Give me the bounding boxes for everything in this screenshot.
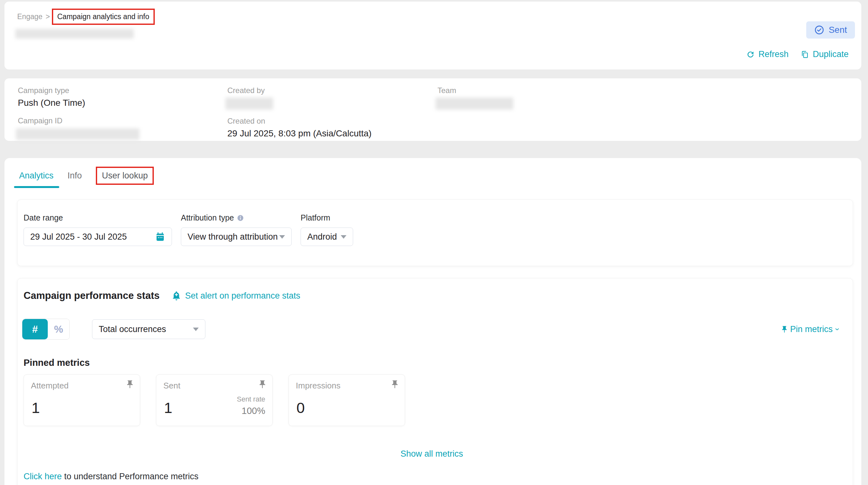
metric-rate: Sent rate 100% (237, 395, 265, 416)
created-on-field: Created on 29 Jul 2025, 8:03 pm (Asia/Ca… (227, 117, 437, 139)
unit-toggle: # % (22, 319, 70, 340)
performance-footnote: Click here to understand Performance met… (24, 472, 840, 482)
refresh-label: Refresh (758, 49, 789, 59)
pushpin-icon[interactable] (257, 379, 267, 389)
date-range-field: Date range 29 Jul 2025 - 30 Jul 2025 (24, 213, 172, 246)
campaign-info-card: Campaign type Push (One Time) Campaign I… (4, 78, 861, 141)
attribution-label: Attribution type (181, 213, 234, 222)
performance-controls: # % Total occurrences Pin metrics (24, 319, 840, 340)
metric-value: 0 (297, 399, 305, 417)
team-redacted (436, 97, 513, 110)
breadcrumb-current: Campaign analytics and info (52, 9, 155, 25)
active-tab-underline (14, 186, 59, 188)
refresh-icon (746, 50, 755, 59)
rate-value: 100% (237, 406, 265, 416)
occurrences-select[interactable]: Total occurrences (92, 319, 206, 339)
campaign-id-field: Campaign ID (18, 116, 227, 140)
metric-name: Sent (163, 381, 181, 391)
metric-card-sent: Sent 1 Sent rate 100% (156, 374, 273, 426)
tab-bar: Analytics Info User lookup (19, 171, 853, 188)
metric-value: 1 (164, 399, 172, 417)
breadcrumb: Engage > Campaign analytics and info (17, 9, 852, 25)
campaign-type-label: Campaign type (18, 86, 227, 95)
bell-plus-icon (171, 290, 182, 301)
created-on-label: Created on (227, 117, 437, 125)
page-header: Engage > Campaign analytics and info Sen… (4, 2, 861, 69)
info-column-1: Campaign type Push (One Time) Campaign I… (18, 86, 227, 141)
breadcrumb-parent[interactable]: Engage (17, 12, 42, 21)
percent-toggle-button[interactable]: % (48, 319, 69, 339)
performance-header: Campaign performance stats Set alert on … (24, 290, 840, 302)
info-column-2: Created by Created on 29 Jul 2025, 8:03 … (227, 86, 437, 141)
campaign-title-redacted (15, 29, 134, 38)
main-card: Analytics Info User lookup Date range 29… (4, 158, 861, 485)
pushpin-icon (780, 325, 788, 333)
pin-metrics-button[interactable]: Pin metrics (780, 324, 840, 334)
campaign-type-field: Campaign type Push (One Time) (18, 86, 227, 108)
platform-value: Android (307, 232, 337, 242)
tab-info[interactable]: Info (67, 171, 82, 181)
performance-card: Campaign performance stats Set alert on … (17, 278, 853, 485)
set-alert-label: Set alert on performance stats (185, 291, 300, 301)
created-on-value: 29 Jul 2025, 8:03 pm (Asia/Calcutta) (227, 129, 437, 139)
header-actions: Refresh Duplicate (746, 49, 848, 59)
duplicate-label: Duplicate (813, 49, 848, 59)
platform-label: Platform (301, 213, 353, 222)
status-badge-label: Sent (829, 25, 847, 35)
tab-analytics[interactable]: Analytics (19, 171, 54, 181)
chevron-down-icon (834, 326, 840, 332)
pinned-metrics-title: Pinned metrics (24, 358, 840, 368)
check-circle-icon (814, 25, 825, 35)
occurrences-value: Total occurrences (99, 324, 166, 334)
campaign-id-redacted (16, 129, 140, 140)
metric-card-impressions: Impressions 0 (288, 374, 405, 426)
breadcrumb-separator: > (45, 12, 50, 21)
count-toggle-button[interactable]: # (22, 319, 48, 339)
duplicate-icon (801, 50, 809, 59)
pinned-metric-cards: Attempted 1 Sent 1 Sent rate (24, 374, 840, 426)
platform-select[interactable]: Android (301, 228, 353, 246)
pin-metrics-label: Pin metrics (790, 324, 833, 334)
campaign-type-value: Push (One Time) (18, 98, 227, 108)
caret-down-icon (341, 235, 346, 239)
created-by-field: Created by (227, 86, 437, 110)
click-here-link[interactable]: Click here (24, 472, 62, 481)
metric-card-attempted: Attempted 1 (24, 374, 140, 426)
date-range-input[interactable]: 29 Jul 2025 - 30 Jul 2025 (24, 228, 172, 246)
date-range-label: Date range (24, 213, 172, 222)
metric-value: 1 (32, 399, 40, 417)
created-by-redacted (225, 97, 273, 110)
campaign-id-label: Campaign ID (18, 116, 227, 125)
caret-down-icon (279, 235, 285, 239)
date-range-value: 29 Jul 2025 - 30 Jul 2025 (30, 232, 127, 242)
platform-field: Platform Android (301, 213, 353, 246)
caret-down-icon (193, 327, 199, 331)
pushpin-icon[interactable] (390, 379, 400, 389)
attribution-value: View through attribution (188, 232, 278, 242)
attribution-field: Attribution type View through attributio… (181, 213, 292, 246)
show-all-metrics-link[interactable]: Show all metrics (24, 449, 840, 459)
metric-name: Attempted (31, 381, 69, 391)
info-icon[interactable] (237, 215, 244, 222)
filters-card: Date range 29 Jul 2025 - 30 Jul 2025 Att… (17, 199, 853, 266)
refresh-button[interactable]: Refresh (746, 49, 789, 59)
calendar-icon (155, 232, 165, 242)
team-label: Team (437, 86, 513, 95)
set-alert-link[interactable]: Set alert on performance stats (171, 290, 300, 301)
created-by-label: Created by (227, 86, 437, 95)
footnote-text: to understand Performance metrics (64, 472, 199, 481)
performance-title: Campaign performance stats (24, 290, 159, 302)
tab-user-lookup[interactable]: User lookup (96, 167, 154, 185)
rate-label: Sent rate (237, 395, 265, 403)
duplicate-button[interactable]: Duplicate (801, 49, 848, 59)
pushpin-icon[interactable] (125, 379, 135, 389)
metric-name: Impressions (296, 381, 340, 391)
info-column-3: Team (437, 86, 513, 141)
status-badge: Sent (806, 21, 855, 38)
attribution-select[interactable]: View through attribution (181, 228, 292, 246)
team-field: Team (437, 86, 513, 110)
